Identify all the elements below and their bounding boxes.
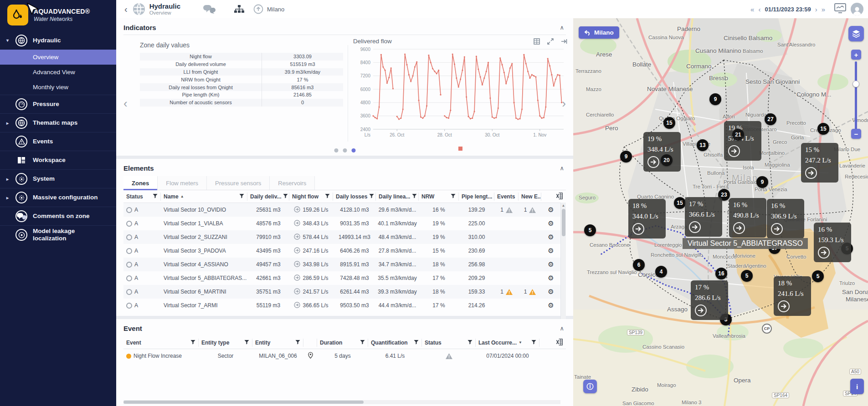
table-row[interactable]: AVirtual Sector 7_ARMI55119 m3366.65 L/s… [123,299,566,312]
row-settings-gear-icon[interactable]: ⚙ [548,301,554,310]
map-area[interactable]: PadernoCassina NuovaCinisello BalsamoSan… [573,18,868,406]
column-header-pin[interactable] [303,339,317,347]
sidebar-item-comments-on-zone[interactable]: Comments on zone [0,207,116,225]
row-settings-gear-icon[interactable]: ⚙ [548,260,554,269]
date-first-button[interactable]: « [750,5,754,13]
carousel-dot-2[interactable] [343,148,347,152]
column-header-pipe-lengt[interactable]: Pipe lengt... [459,193,494,201]
column-header-status[interactable]: Status [123,193,161,201]
chevron-right-icon[interactable]: ▸ [6,177,15,182]
table-row[interactable]: AVirtual Sector 5_ABBIATEGRAS...42661 m3… [123,271,566,285]
table-row[interactable]: AVirtual Sector 10_OVIDIO25631 m3159.26 … [123,203,566,217]
sector-kpi-tooltip[interactable]: 19 %578.4 L/s [724,121,761,161]
column-header-quantification[interactable]: Quantification [368,339,422,347]
sidebar-item-massive-configuration[interactable]: ▸Massive configuration [0,188,116,207]
chevron-right-icon[interactable]: ▸ [6,121,15,126]
date-last-button[interactable]: » [822,5,825,13]
column-header-events[interactable]: Events [494,193,519,201]
sidebar-item-advanced-view[interactable]: Advanced View [0,65,116,80]
monitor-chart-icon[interactable] [834,3,846,15]
sector-open-arrow-button[interactable] [771,223,783,235]
elements-collapse-chevron-icon[interactable]: ∧ [558,165,566,172]
column-header-name[interactable]: Name▲ [161,193,247,201]
map-zoom-out-button[interactable]: − [851,129,861,139]
map-cluster-badge[interactable]: 16 [715,268,727,279]
carousel-dot-1[interactable] [334,148,338,152]
map-cluster-badge[interactable]: 15 [817,123,829,135]
event-horizontal-scrollbar[interactable] [123,400,560,404]
row-settings-gear-icon[interactable]: ⚙ [548,219,554,228]
filter-icon[interactable] [190,340,195,346]
sector-kpi-tooltip[interactable]: 18 %344.0 L/s [628,199,666,239]
filter-icon[interactable] [239,193,244,200]
event-row[interactable]: Night Flow IncreaseSectorMILAN_06_0065 d… [123,349,566,363]
filter-icon[interactable] [414,340,419,346]
map-back-button[interactable]: Milano [579,26,619,39]
sector-open-arrow-button[interactable] [632,223,644,235]
table-row[interactable]: AVirtual Sector 4_ASSIANO49457 m3343.98 … [123,258,566,271]
map-cluster-badge[interactable]: 5 [584,224,596,236]
column-header-nrw[interactable]: NRW [419,193,459,201]
map-info-button-right[interactable]: i [850,379,864,394]
map-cluster-badge[interactable]: 9 [756,176,768,188]
indicators-collapse-chevron-icon[interactable]: ∧ [558,24,566,31]
column-header-night-flow[interactable]: Night flow [289,193,333,201]
filter-icon[interactable] [244,340,249,346]
sector-kpi-tooltip[interactable]: 15 %247.2 L/s [801,143,838,183]
filter-icon[interactable] [412,193,417,200]
map-cluster-badge[interactable]: 9 [709,93,721,105]
filter-icon[interactable] [451,193,456,200]
map-cluster-badge[interactable]: 20 [661,154,673,166]
chart-expand-icon[interactable] [547,38,554,45]
sector-open-arrow-button[interactable] [818,247,830,259]
column-header-daily-losses[interactable]: Daily losses [333,193,376,201]
map-cluster-badge[interactable]: 5 [812,270,824,282]
chevron-right-icon[interactable]: ▸ [6,195,15,200]
row-settings-gear-icon[interactable]: ⚙ [548,233,554,241]
chart-legend-swatch[interactable] [458,147,462,151]
tab-pressure-sensors[interactable]: Pressure sensors [207,176,270,190]
map-zoom-in-button[interactable]: + [851,50,861,60]
sector-kpi-tooltip[interactable]: 16 %490.8 L/s [729,198,766,238]
carousel-prev-chevron-icon[interactable]: ‹ [123,96,128,111]
map-cluster-badge[interactable]: 6 [633,259,645,271]
map-zoom-track[interactable] [855,61,857,130]
up-circle-icon[interactable] [253,4,263,14]
sector-open-arrow-button[interactable] [805,167,817,179]
back-chevron-icon[interactable]: ‹ [120,4,132,15]
sort-desc-icon[interactable]: ▼ [519,340,522,345]
utility-marker-icon[interactable]: CP [762,324,772,334]
sector-open-arrow-button[interactable] [728,145,740,157]
table-row[interactable]: AVirtual Sector 2_SUZZANI79910 m3578.44 … [123,230,566,244]
tab-zones[interactable]: Zones [123,176,158,190]
sidebar-item-events[interactable]: Events [0,132,116,151]
column-header-new-e[interactable]: New E... [519,193,541,201]
map-zoom-slider[interactable] [853,81,859,87]
column-header-entity-type[interactable]: Entity type [199,339,252,347]
filter-icon[interactable] [295,340,300,346]
filter-icon[interactable] [360,340,365,346]
sector-open-arrow-button[interactable] [689,221,701,233]
date-next-button[interactable]: › [815,5,817,13]
sector-open-arrow-button[interactable] [647,156,659,168]
map-cluster-badge[interactable]: 13 [697,139,709,151]
sector-kpi-tooltip[interactable]: 16 %159.3 L/s [814,223,851,262]
row-settings-gear-icon[interactable]: ⚙ [548,274,554,282]
sidebar-item-system[interactable]: ▸System [0,169,116,188]
filter-icon[interactable] [369,193,374,200]
row-settings-gear-icon[interactable]: ⚙ [548,247,554,255]
sector-kpi-tooltip[interactable]: 18 %241.6 L/s [774,276,811,316]
column-header-daily-linea[interactable]: Daily linea... [376,193,419,201]
user-avatar[interactable] [851,3,863,15]
map-layers-button[interactable] [848,26,864,41]
map-cluster-badge[interactable]: 9 [620,151,632,162]
chevron-down-icon[interactable]: ▾ [6,38,15,43]
filter-icon[interactable] [467,340,473,346]
sector-open-arrow-button[interactable] [695,304,707,316]
table-row[interactable]: AVirtual Sector 1_VIALBA48576 m3348.43 L… [123,217,566,230]
sector-open-arrow-button[interactable] [778,300,790,312]
date-prev-button[interactable]: ‹ [758,5,760,13]
column-header-event[interactable]: Event [123,339,199,347]
carousel-dot-3[interactable] [351,148,355,152]
column-header-entity[interactable]: Entity [252,339,303,347]
